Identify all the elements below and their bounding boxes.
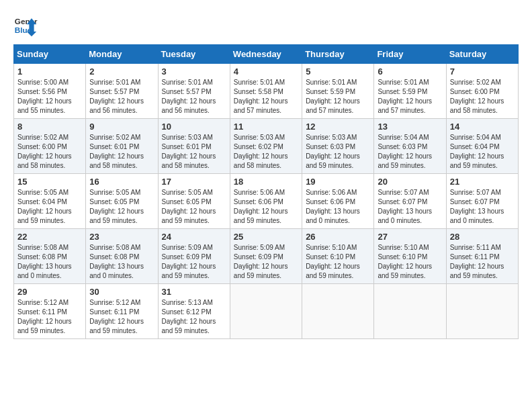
day-info: Sunrise: 5:10 AM Sunset: 6:10 PM Dayligh…: [306, 243, 370, 281]
day-info: Sunrise: 5:09 AM Sunset: 6:09 PM Dayligh…: [234, 243, 298, 281]
week-row-1: 8Sunrise: 5:02 AM Sunset: 6:00 PM Daylig…: [14, 119, 519, 174]
day-info: Sunrise: 5:02 AM Sunset: 6:01 PM Dayligh…: [89, 133, 154, 171]
day-info: Sunrise: 5:04 AM Sunset: 6:03 PM Dayligh…: [378, 133, 442, 171]
calendar-cell: 8Sunrise: 5:02 AM Sunset: 6:00 PM Daylig…: [14, 119, 86, 174]
day-number: 1: [17, 66, 82, 77]
day-number: 27: [378, 232, 442, 242]
day-number: 26: [306, 232, 370, 242]
calendar-cell: [230, 284, 302, 339]
day-info: Sunrise: 5:07 AM Sunset: 6:07 PM Dayligh…: [450, 188, 515, 226]
calendar-cell: 22Sunrise: 5:08 AM Sunset: 6:08 PM Dayli…: [14, 229, 86, 284]
day-info: Sunrise: 5:01 AM Sunset: 5:57 PM Dayligh…: [162, 78, 226, 116]
day-info: Sunrise: 5:01 AM Sunset: 5:59 PM Dayligh…: [378, 78, 442, 116]
day-info: Sunrise: 5:05 AM Sunset: 6:04 PM Dayligh…: [17, 188, 82, 226]
day-info: Sunrise: 5:13 AM Sunset: 6:12 PM Dayligh…: [162, 298, 226, 336]
day-number: 24: [162, 232, 226, 242]
day-number: 6: [378, 66, 442, 77]
day-info: Sunrise: 5:07 AM Sunset: 6:07 PM Dayligh…: [378, 188, 442, 226]
day-info: Sunrise: 5:04 AM Sunset: 6:04 PM Dayligh…: [450, 133, 515, 171]
day-number: 9: [89, 122, 154, 132]
day-info: Sunrise: 5:12 AM Sunset: 6:11 PM Dayligh…: [89, 298, 154, 336]
calendar-cell: 9Sunrise: 5:02 AM Sunset: 6:01 PM Daylig…: [86, 119, 158, 174]
calendar-cell: 23Sunrise: 5:08 AM Sunset: 6:08 PM Dayli…: [86, 229, 158, 284]
day-number: 8: [17, 122, 82, 132]
calendar-cell: 27Sunrise: 5:10 AM Sunset: 6:10 PM Dayli…: [374, 229, 446, 284]
day-number: 15: [17, 177, 82, 187]
day-info: Sunrise: 5:06 AM Sunset: 6:06 PM Dayligh…: [234, 188, 298, 226]
calendar-cell: 15Sunrise: 5:05 AM Sunset: 6:04 PM Dayli…: [14, 174, 86, 229]
day-info: Sunrise: 5:00 AM Sunset: 5:56 PM Dayligh…: [17, 78, 82, 116]
week-row-0: 1Sunrise: 5:00 AM Sunset: 5:56 PM Daylig…: [14, 64, 519, 119]
calendar-table: SundayMondayTuesdayWednesdayThursdayFrid…: [13, 44, 519, 339]
day-info: Sunrise: 5:01 AM Sunset: 5:58 PM Dayligh…: [234, 78, 298, 116]
day-info: Sunrise: 5:12 AM Sunset: 6:11 PM Dayligh…: [17, 298, 82, 336]
week-row-4: 29Sunrise: 5:12 AM Sunset: 6:11 PM Dayli…: [14, 284, 519, 339]
week-row-3: 22Sunrise: 5:08 AM Sunset: 6:08 PM Dayli…: [14, 229, 519, 284]
header-cell-tuesday: Tuesday: [158, 45, 230, 64]
header-cell-saturday: Saturday: [446, 45, 518, 64]
logo-icon: General Blue: [13, 13, 38, 38]
day-number: 5: [306, 66, 370, 77]
week-row-2: 15Sunrise: 5:05 AM Sunset: 6:04 PM Dayli…: [14, 174, 519, 229]
calendar-cell: 21Sunrise: 5:07 AM Sunset: 6:07 PM Dayli…: [446, 174, 518, 229]
calendar-cell: 12Sunrise: 5:03 AM Sunset: 6:03 PM Dayli…: [302, 119, 374, 174]
calendar-cell: 1Sunrise: 5:00 AM Sunset: 5:56 PM Daylig…: [14, 64, 86, 119]
calendar-cell: 30Sunrise: 5:12 AM Sunset: 6:11 PM Dayli…: [86, 284, 158, 339]
calendar-cell: 7Sunrise: 5:02 AM Sunset: 6:00 PM Daylig…: [446, 64, 518, 119]
day-info: Sunrise: 5:02 AM Sunset: 6:00 PM Dayligh…: [450, 78, 515, 116]
calendar-cell: 17Sunrise: 5:05 AM Sunset: 6:05 PM Dayli…: [158, 174, 230, 229]
calendar-cell: 24Sunrise: 5:09 AM Sunset: 6:09 PM Dayli…: [158, 229, 230, 284]
day-number: 18: [234, 177, 298, 187]
day-info: Sunrise: 5:06 AM Sunset: 6:06 PM Dayligh…: [306, 188, 370, 226]
calendar-cell: 4Sunrise: 5:01 AM Sunset: 5:58 PM Daylig…: [230, 64, 302, 119]
day-info: Sunrise: 5:10 AM Sunset: 6:10 PM Dayligh…: [378, 243, 442, 281]
logo: General Blue: [13, 13, 38, 38]
calendar-cell: [302, 284, 374, 339]
page-header: General Blue: [13, 13, 519, 38]
day-info: Sunrise: 5:01 AM Sunset: 5:59 PM Dayligh…: [306, 78, 370, 116]
header-cell-sunday: Sunday: [14, 45, 86, 64]
calendar-cell: 6Sunrise: 5:01 AM Sunset: 5:59 PM Daylig…: [374, 64, 446, 119]
day-number: 11: [234, 122, 298, 132]
day-number: 22: [17, 232, 82, 242]
day-info: Sunrise: 5:09 AM Sunset: 6:09 PM Dayligh…: [162, 243, 226, 281]
day-info: Sunrise: 5:01 AM Sunset: 5:57 PM Dayligh…: [89, 78, 154, 116]
day-number: 2: [89, 66, 154, 77]
calendar-cell: 28Sunrise: 5:11 AM Sunset: 6:11 PM Dayli…: [446, 229, 518, 284]
day-number: 20: [378, 177, 442, 187]
calendar-cell: 11Sunrise: 5:03 AM Sunset: 6:02 PM Dayli…: [230, 119, 302, 174]
header-cell-monday: Monday: [86, 45, 158, 64]
day-info: Sunrise: 5:05 AM Sunset: 6:05 PM Dayligh…: [89, 188, 154, 226]
calendar-cell: 18Sunrise: 5:06 AM Sunset: 6:06 PM Dayli…: [230, 174, 302, 229]
day-info: Sunrise: 5:02 AM Sunset: 6:00 PM Dayligh…: [17, 133, 82, 171]
svg-text:General: General: [15, 17, 38, 26]
day-number: 29: [17, 287, 82, 297]
day-number: 30: [89, 287, 154, 297]
day-number: 17: [162, 177, 226, 187]
calendar-cell: 3Sunrise: 5:01 AM Sunset: 5:57 PM Daylig…: [158, 64, 230, 119]
day-number: 16: [89, 177, 154, 187]
day-number: 25: [234, 232, 298, 242]
day-number: 14: [450, 122, 515, 132]
day-info: Sunrise: 5:03 AM Sunset: 6:03 PM Dayligh…: [306, 133, 370, 171]
day-info: Sunrise: 5:03 AM Sunset: 6:02 PM Dayligh…: [234, 133, 298, 171]
calendar-cell: [374, 284, 446, 339]
header-row: SundayMondayTuesdayWednesdayThursdayFrid…: [14, 45, 519, 64]
day-number: 13: [378, 122, 442, 132]
day-info: Sunrise: 5:05 AM Sunset: 6:05 PM Dayligh…: [162, 188, 226, 226]
day-number: 28: [450, 232, 515, 242]
calendar-cell: 5Sunrise: 5:01 AM Sunset: 5:59 PM Daylig…: [302, 64, 374, 119]
day-number: 21: [450, 177, 515, 187]
day-info: Sunrise: 5:08 AM Sunset: 6:08 PM Dayligh…: [89, 243, 154, 281]
calendar-cell: 26Sunrise: 5:10 AM Sunset: 6:10 PM Dayli…: [302, 229, 374, 284]
day-info: Sunrise: 5:08 AM Sunset: 6:08 PM Dayligh…: [17, 243, 82, 281]
calendar-cell: 2Sunrise: 5:01 AM Sunset: 5:57 PM Daylig…: [86, 64, 158, 119]
calendar-cell: 16Sunrise: 5:05 AM Sunset: 6:05 PM Dayli…: [86, 174, 158, 229]
calendar-cell: 19Sunrise: 5:06 AM Sunset: 6:06 PM Dayli…: [302, 174, 374, 229]
day-number: 10: [162, 122, 226, 132]
calendar-cell: 13Sunrise: 5:04 AM Sunset: 6:03 PM Dayli…: [374, 119, 446, 174]
day-info: Sunrise: 5:11 AM Sunset: 6:11 PM Dayligh…: [450, 243, 515, 281]
day-number: 7: [450, 66, 515, 77]
day-number: 19: [306, 177, 370, 187]
header-cell-thursday: Thursday: [302, 45, 374, 64]
